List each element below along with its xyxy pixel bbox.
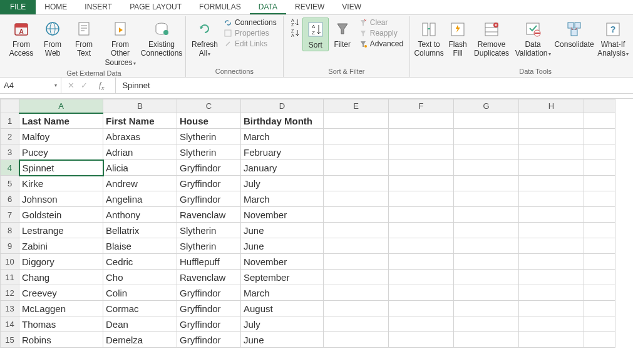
cell[interactable] (389, 160, 454, 176)
cell[interactable] (454, 113, 519, 129)
cell[interactable]: Kirke (19, 176, 103, 191)
cell[interactable]: Cedric (103, 254, 177, 270)
cell[interactable] (389, 129, 454, 144)
cell[interactable]: Adrian (103, 144, 177, 160)
cell[interactable] (389, 238, 454, 254)
cell[interactable] (584, 129, 615, 144)
reapply-button[interactable]: Reapply (356, 28, 406, 38)
cell[interactable] (324, 191, 389, 207)
column-header-A[interactable]: A (19, 99, 103, 113)
cell[interactable] (584, 254, 615, 270)
cell[interactable] (389, 316, 454, 332)
row-header[interactable]: 14 (1, 316, 19, 332)
cell[interactable]: Creevey (19, 285, 103, 301)
cell[interactable]: Last Name (19, 113, 103, 129)
row-header[interactable]: 4 (1, 160, 19, 176)
advanced-button[interactable]: Advanced (356, 39, 406, 49)
cell[interactable] (519, 285, 584, 301)
cell[interactable]: June (241, 332, 324, 348)
cell[interactable] (324, 254, 389, 270)
properties-button[interactable]: Properties (221, 28, 279, 38)
cell[interactable]: Gryffindor (177, 316, 241, 332)
filter-button[interactable]: Filter (330, 18, 355, 50)
tab-home[interactable]: HOME (36, 0, 76, 14)
cell[interactable]: Slytherin (177, 223, 241, 238)
remove-duplicates-button[interactable]: Remove Duplicates (471, 18, 512, 59)
cell[interactable]: Spinnet (19, 160, 103, 176)
from-other-sources-button[interactable]: From Other Sources▾ (100, 18, 140, 68)
cell[interactable] (519, 113, 584, 129)
row-header[interactable]: 5 (1, 176, 19, 191)
cell[interactable] (389, 207, 454, 223)
cell[interactable]: June (241, 223, 324, 238)
row-header[interactable]: 15 (1, 332, 19, 348)
cell[interactable]: Colin (103, 285, 177, 301)
connections-button[interactable]: Connections (221, 18, 279, 28)
cell[interactable]: Hufflepuff (177, 254, 241, 270)
cell[interactable]: Thomas (19, 316, 103, 332)
cell[interactable] (324, 332, 389, 348)
row-header[interactable]: 3 (1, 144, 19, 160)
cell[interactable]: August (241, 301, 324, 316)
cell[interactable]: February (241, 144, 324, 160)
cell[interactable] (454, 176, 519, 191)
refresh-all-button[interactable]: Refresh All▾ (190, 18, 220, 59)
cell[interactable] (454, 301, 519, 316)
sort-za-button[interactable]: ZA (287, 28, 301, 38)
cell[interactable]: Birthday Month (241, 113, 324, 129)
row-header[interactable]: 6 (1, 191, 19, 207)
tab-view[interactable]: VIEW (333, 0, 370, 14)
row-header[interactable]: 13 (1, 301, 19, 316)
cell[interactable]: Demelza (103, 332, 177, 348)
cell[interactable]: November (241, 254, 324, 270)
cell[interactable] (324, 270, 389, 285)
cell[interactable] (454, 160, 519, 176)
cell[interactable]: Ravenclaw (177, 207, 241, 223)
cell[interactable]: Bellatrix (103, 223, 177, 238)
cell[interactable]: Abraxas (103, 129, 177, 144)
cell[interactable] (519, 301, 584, 316)
row-header[interactable]: 9 (1, 238, 19, 254)
cell[interactable]: March (241, 285, 324, 301)
cell[interactable] (584, 285, 615, 301)
cell[interactable] (324, 223, 389, 238)
cell[interactable] (389, 285, 454, 301)
column-header-C[interactable]: C (177, 99, 241, 113)
cell[interactable] (389, 301, 454, 316)
from-access-button[interactable]: A From Access (6, 18, 36, 59)
tab-data[interactable]: DATA (250, 0, 286, 14)
cell[interactable] (584, 301, 615, 316)
cell[interactable] (584, 113, 615, 129)
cell[interactable] (454, 129, 519, 144)
column-header-E[interactable]: E (324, 99, 389, 113)
cell[interactable] (454, 254, 519, 270)
cell[interactable] (519, 160, 584, 176)
cell[interactable]: Gryffindor (177, 285, 241, 301)
cell[interactable] (519, 254, 584, 270)
cell[interactable] (389, 270, 454, 285)
column-header-blank[interactable] (584, 99, 615, 113)
cell[interactable] (519, 238, 584, 254)
cell[interactable] (454, 270, 519, 285)
cell[interactable] (454, 285, 519, 301)
cell[interactable] (389, 113, 454, 129)
cell[interactable]: Lestrange (19, 223, 103, 238)
column-header-H[interactable]: H (519, 99, 584, 113)
cell[interactable] (454, 332, 519, 348)
cell[interactable] (519, 129, 584, 144)
cell[interactable]: First Name (103, 113, 177, 129)
cell[interactable] (519, 191, 584, 207)
cell[interactable] (519, 207, 584, 223)
formula-input[interactable]: Spinnet (116, 81, 156, 90)
what-if-button[interactable]: ? What-If Analysis▾ (595, 18, 630, 59)
cell[interactable]: Zabini (19, 238, 103, 254)
cell[interactable]: Andrew (103, 176, 177, 191)
cell[interactable]: Slytherin (177, 238, 241, 254)
cell[interactable]: June (241, 238, 324, 254)
enter-icon[interactable]: ✓ (81, 81, 88, 90)
cell[interactable]: Chang (19, 270, 103, 285)
column-header-D[interactable]: D (241, 99, 324, 113)
cell[interactable]: March (241, 129, 324, 144)
cell[interactable]: House (177, 113, 241, 129)
sort-button[interactable]: AZ Sort (302, 18, 329, 51)
